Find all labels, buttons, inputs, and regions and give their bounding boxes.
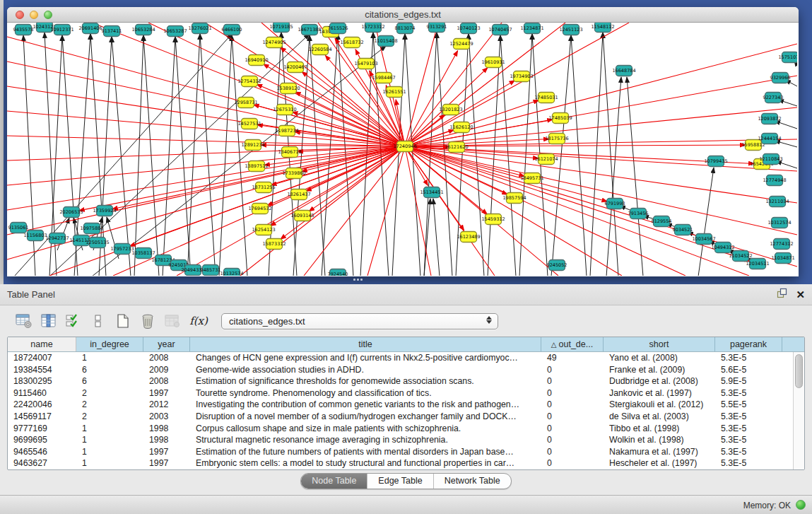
- table-row[interactable]: 1938455462009Genome-wide association stu…: [8, 364, 793, 376]
- network-node[interactable]: 20206535: [59, 207, 83, 218]
- minimize-button[interactable]: [30, 11, 38, 19]
- table-row[interactable]: 1456911722003Disruption of a novel membe…: [8, 411, 793, 423]
- network-node[interactable]: 14200467: [283, 62, 307, 73]
- tab-network-table[interactable]: Network Table: [433, 474, 511, 489]
- tab-node-table[interactable]: Node Table: [301, 474, 367, 489]
- network-node[interactable]: 13276021: [188, 23, 211, 34]
- table-selector[interactable]: citations_edges.txt: [221, 313, 498, 329]
- network-node[interactable]: 16254123: [252, 225, 275, 235]
- network-node[interactable]: 12034511: [746, 259, 769, 269]
- column-header-year[interactable]: year: [143, 337, 190, 351]
- network-node[interactable]: 10653284: [131, 25, 155, 35]
- network-node[interactable]: 8813074: [395, 23, 416, 34]
- network-node[interactable]: 10358137: [131, 248, 155, 259]
- network-node[interactable]: 11034871: [771, 253, 794, 264]
- network-node[interactable]: 10494312: [711, 243, 734, 253]
- network-node[interactable]: 9329966: [770, 73, 791, 83]
- network-node[interactable]: 9485731: [201, 265, 221, 276]
- table-row[interactable]: 1830029562008Estimation of significance …: [8, 375, 793, 387]
- network-node[interactable]: 16121074: [534, 154, 558, 165]
- network-node[interactable]: 11548112: [591, 23, 614, 33]
- network-node[interactable]: 8129554: [652, 216, 672, 227]
- network-node[interactable]: 15723312: [361, 23, 384, 33]
- table-row[interactable]: 2242004622012Investigating the contribut…: [8, 399, 793, 411]
- network-node[interactable]: 14527531: [237, 119, 261, 129]
- network-node[interactable]: 12942737: [45, 233, 69, 244]
- network-node[interactable]: 12524479: [449, 39, 473, 49]
- create-table-icon[interactable]: [113, 311, 133, 331]
- table-row[interactable]: 969969511998Structural magnetic resonanc…: [8, 434, 793, 446]
- network-node[interactable]: 15134451: [420, 187, 443, 198]
- network-canvas[interactable]: 1247490516940910127543121295873114527531…: [7, 23, 797, 276]
- network-node[interactable]: 11034522: [729, 251, 752, 262]
- network-node[interactable]: 10912371: [50, 25, 73, 35]
- network-node[interactable]: 13211034: [765, 197, 789, 207]
- network-node[interactable]: 12093872: [758, 114, 781, 124]
- table-row[interactable]: 977716911998Corpus callosum shape and si…: [8, 423, 793, 435]
- network-node[interactable]: 11234871: [520, 23, 543, 34]
- network-node[interactable]: 11156803: [23, 230, 47, 241]
- network-node[interactable]: 10132574: [220, 269, 243, 276]
- network-node[interactable]: 18495731: [520, 173, 543, 184]
- close-button[interactable]: [16, 11, 24, 19]
- network-node[interactable]: 16940910: [245, 55, 268, 66]
- network-node[interactable]: 7913456: [628, 209, 649, 219]
- network-node[interactable]: 16648784: [612, 66, 635, 76]
- network-node[interactable]: 16261551: [382, 87, 406, 98]
- delete-table-icon[interactable]: [138, 311, 158, 331]
- network-node[interactable]: 15479103: [354, 59, 377, 69]
- scrollbar-thumb[interactable]: [795, 354, 803, 388]
- network-node[interactable]: 17694532: [248, 204, 271, 214]
- network-node[interactable]: 12110843: [759, 154, 782, 165]
- network-node[interactable]: 6466100: [222, 25, 242, 35]
- network-node[interactable]: 10799435: [704, 156, 727, 167]
- network-node[interactable]: 12451123: [559, 25, 582, 35]
- table-row[interactable]: 911546021997Tourette syndrome. Phenomeno…: [8, 387, 793, 399]
- network-node[interactable]: 10719185: [269, 23, 293, 33]
- network-node[interactable]: 18175736: [545, 134, 568, 144]
- network-node[interactable]: 13201823: [439, 105, 462, 115]
- network-node[interactable]: 13897512: [245, 161, 268, 172]
- deselect-rows-icon[interactable]: [88, 311, 108, 331]
- network-graph[interactable]: 1247490516940910127543121295873114527531…: [7, 23, 797, 276]
- window-titlebar[interactable]: citations_edges.txt: [7, 7, 799, 23]
- network-node[interactable]: 11015408: [374, 36, 397, 47]
- panel-divider-handle[interactable]: [353, 279, 365, 283]
- network-node[interactable]: 9227343: [763, 93, 784, 103]
- network-node[interactable]: 7924540: [328, 269, 348, 276]
- column-header-short[interactable]: short: [604, 337, 715, 351]
- network-node[interactable]: 18731255: [252, 182, 275, 193]
- network-node[interactable]: 17240946: [393, 141, 416, 152]
- network-node[interactable]: 11626120: [449, 122, 473, 133]
- column-header-in_degree[interactable]: in_degree: [76, 337, 143, 351]
- network-node[interactable]: 16121620: [445, 142, 468, 153]
- network-node[interactable]: 12260584: [308, 45, 331, 55]
- network-node[interactable]: 6791998: [605, 199, 625, 209]
- network-node[interactable]: 17359924: [93, 206, 116, 216]
- network-node[interactable]: 15389120: [276, 83, 300, 94]
- network-node[interactable]: 10975887: [80, 223, 103, 234]
- network-node[interactable]: 9435578: [13, 25, 34, 35]
- show-columns-icon[interactable]: [39, 311, 59, 331]
- network-node[interactable]: 15873312: [262, 239, 286, 250]
- table-row[interactable]: 946554611997Estimation of the future num…: [8, 446, 793, 458]
- column-header-name[interactable]: name: [8, 337, 76, 351]
- network-node[interactable]: 11987234: [275, 126, 298, 136]
- network-node[interactable]: 19857594: [502, 193, 526, 204]
- network-node[interactable]: 12474905: [262, 37, 286, 48]
- network-node[interactable]: 9135061: [8, 223, 29, 233]
- network-node[interactable]: 9137411: [102, 26, 122, 37]
- column-header-pagerank[interactable]: pagerank: [715, 337, 782, 351]
- network-node[interactable]: 18261437: [287, 189, 310, 200]
- float-window-icon[interactable]: [777, 288, 787, 301]
- network-node[interactable]: 12891234: [241, 140, 264, 151]
- network-node[interactable]: 12754312: [237, 76, 261, 87]
- vertical-scrollbar[interactable]: [793, 352, 804, 469]
- network-node[interactable]: 15751074: [778, 52, 797, 63]
- network-node[interactable]: 9313291: [427, 23, 447, 33]
- column-header-title[interactable]: title: [190, 337, 541, 351]
- network-node[interactable]: 10653287: [163, 26, 187, 37]
- network-node[interactable]: 12774312: [770, 239, 793, 250]
- network-node[interactable]: 12774948: [763, 175, 786, 186]
- network-node[interactable]: 16093145: [290, 211, 314, 221]
